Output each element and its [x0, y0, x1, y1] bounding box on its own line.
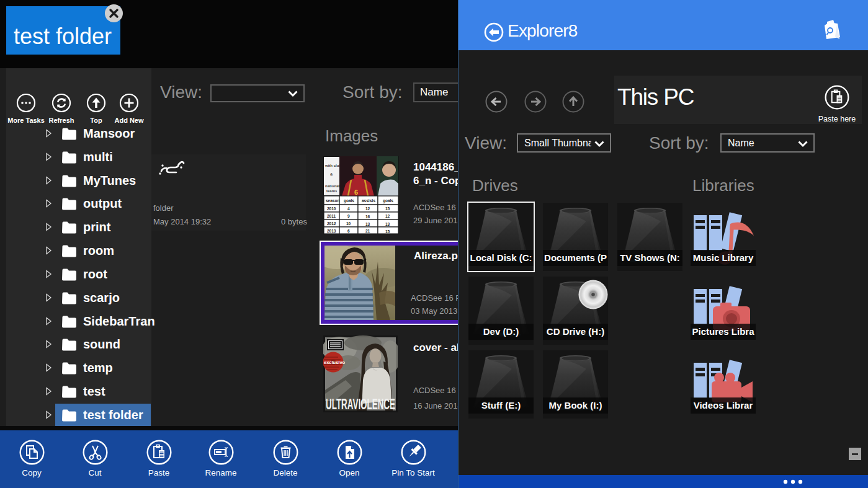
- svg-text:exclusivo: exclusivo: [324, 360, 346, 365]
- svg-text:ULTRAVIOLENCE: ULTRAVIOLENCE: [326, 396, 395, 412]
- svg-text:4: 4: [347, 206, 350, 211]
- svg-text:&: &: [330, 172, 333, 176]
- svg-text:teams: teams: [326, 189, 338, 193]
- svg-text:15: 15: [385, 206, 390, 211]
- svg-text:2012: 2012: [327, 221, 336, 226]
- svg-text:12: 12: [385, 214, 390, 218]
- svg-text:6: 6: [354, 189, 358, 196]
- svg-text:12: 12: [365, 206, 370, 211]
- svg-text:goals: goals: [383, 198, 393, 203]
- svg-text:13: 13: [385, 222, 390, 226]
- svg-text:10: 10: [346, 221, 351, 226]
- svg-text:national: national: [325, 184, 339, 188]
- svg-text:13: 13: [365, 222, 370, 226]
- svg-text:9: 9: [347, 214, 350, 218]
- svg-text:21: 21: [365, 229, 370, 233]
- svg-text:6: 6: [347, 229, 350, 233]
- svg-text:season: season: [326, 198, 339, 203]
- svg-text:2011: 2011: [327, 214, 336, 218]
- svg-text:15: 15: [385, 229, 390, 234]
- svg-text:16: 16: [365, 215, 370, 219]
- svg-text:assists: assists: [362, 198, 375, 203]
- svg-text:2010: 2010: [327, 206, 336, 211]
- svg-text:goals: goals: [344, 198, 354, 203]
- svg-text:2013: 2013: [327, 229, 336, 233]
